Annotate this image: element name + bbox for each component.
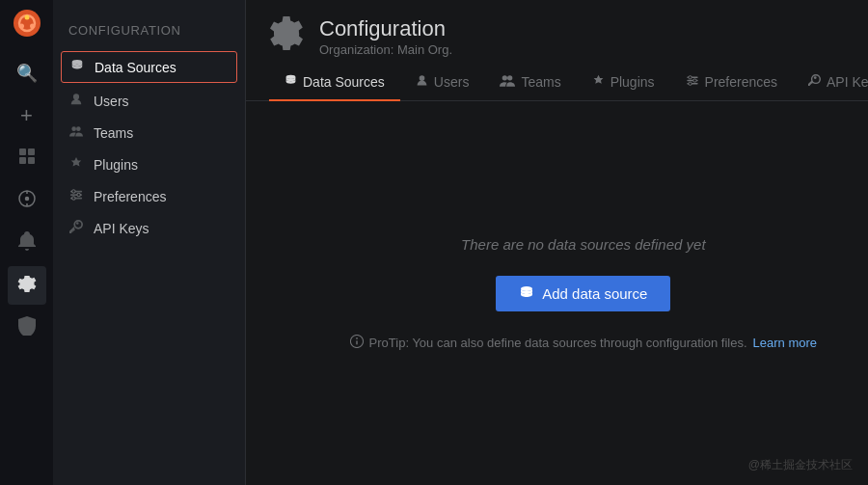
nav-tabs: Data Sources Users Teams (246, 65, 868, 101)
app-logo[interactable] (12, 8, 42, 39)
tab-data-sources[interactable]: Data Sources (269, 65, 400, 101)
sidebar-item-label: Teams (94, 125, 133, 141)
svg-point-35 (356, 337, 358, 339)
config-header-icon (269, 15, 304, 57)
sidebar-item-users[interactable]: Users (53, 85, 245, 117)
tab-preferences[interactable]: Preferences (670, 65, 793, 101)
sidebar-expanded: Configuration Data Sources Users (53, 0, 246, 485)
tab-datasource-icon (285, 74, 297, 90)
team-icon (68, 124, 84, 141)
sidebar-item-label: Plugins (94, 157, 138, 173)
sidebar-item-label: Data Sources (95, 60, 176, 75)
svg-point-24 (419, 75, 424, 81)
svg-point-13 (72, 60, 83, 64)
tab-key-icon (808, 74, 821, 90)
sidebar-explore[interactable] (8, 181, 46, 220)
header-text: Configuration Organization: Main Org. (319, 16, 452, 57)
svg-point-14 (73, 94, 79, 99)
shield-icon (18, 316, 36, 340)
sidebar-item-data-sources[interactable]: Data Sources (61, 51, 237, 83)
svg-point-23 (286, 75, 296, 79)
tab-user-icon (416, 74, 428, 90)
main-content: Configuration Organization: Main Org. Da… (246, 0, 868, 485)
database-icon (69, 59, 85, 75)
svg-rect-8 (28, 157, 35, 164)
search-icon: 🔍 (16, 63, 38, 84)
svg-point-3 (30, 24, 35, 29)
watermark: @稀土掘金技术社区 (748, 457, 853, 473)
sidebar-item-preferences[interactable]: Preferences (53, 180, 245, 212)
svg-point-10 (25, 197, 28, 200)
sidebar-item-label: Users (94, 94, 129, 109)
sidebar-item-plugins[interactable]: Plugins (53, 148, 245, 180)
sidebar-alerting[interactable] (8, 224, 46, 262)
svg-point-21 (77, 193, 81, 197)
tab-plugins[interactable]: Plugins (577, 65, 670, 101)
sidebar-shield[interactable] (8, 309, 46, 347)
learn-more-link[interactable]: Learn more (753, 336, 817, 350)
database-btn-icon (519, 285, 534, 301)
svg-point-22 (72, 197, 76, 201)
protip-section: ProTip: You can also define data sources… (350, 335, 817, 351)
tab-plugin-icon (592, 74, 605, 90)
plugin-icon (68, 156, 84, 173)
svg-rect-6 (28, 148, 35, 155)
svg-rect-7 (19, 157, 26, 164)
sidebar-item-api-keys[interactable]: API Keys (53, 212, 245, 244)
svg-point-25 (502, 75, 507, 80)
page-title: Configuration (319, 16, 452, 41)
gear-icon (17, 274, 37, 298)
sidebar-configuration[interactable] (8, 266, 46, 305)
add-datasource-button[interactable]: Add data source (496, 276, 670, 311)
svg-point-16 (76, 126, 81, 131)
tab-label: Preferences (705, 74, 777, 90)
sidebar-dashboards[interactable] (8, 139, 46, 177)
dashboard-icon (17, 147, 37, 171)
sidebar-item-label: API Keys (94, 221, 149, 236)
preferences-icon (68, 188, 84, 204)
svg-point-30 (688, 76, 691, 79)
tab-label: Users (434, 74, 470, 90)
add-datasource-label: Add data source (542, 285, 647, 302)
page-header: Configuration Organization: Main Org. (246, 0, 868, 57)
page-content: There are no data sources defined yet Ad… (246, 101, 868, 485)
svg-point-15 (71, 126, 76, 131)
sidebar-item-teams[interactable]: Teams (53, 117, 245, 148)
compass-icon (17, 189, 37, 213)
tip-icon (350, 335, 364, 351)
svg-point-33 (521, 286, 532, 291)
svg-point-26 (507, 75, 512, 80)
svg-point-32 (688, 82, 691, 85)
sidebar-add[interactable]: + (8, 96, 46, 135)
svg-rect-36 (356, 340, 357, 344)
sidebar-section-title: Configuration (53, 15, 245, 49)
tab-team-icon (500, 74, 515, 90)
protip-text: ProTip: You can also define data sources… (369, 336, 747, 350)
tab-api-keys[interactable]: API Keys (793, 65, 868, 101)
svg-point-31 (692, 79, 695, 82)
page-subtitle: Organization: Main Org. (319, 42, 452, 57)
tab-label: API Keys (827, 74, 868, 90)
bell-icon (18, 231, 36, 256)
user-icon (68, 93, 84, 109)
svg-point-0 (14, 10, 41, 37)
empty-state-message: There are no data sources defined yet (461, 236, 706, 253)
svg-rect-5 (19, 148, 26, 155)
svg-point-2 (24, 15, 29, 20)
tab-pref-icon (686, 74, 699, 90)
svg-point-4 (19, 24, 24, 29)
tab-label: Data Sources (303, 74, 385, 90)
tab-users[interactable]: Users (400, 65, 485, 101)
sidebar: 🔍 + (0, 0, 53, 485)
tab-label: Teams (521, 74, 560, 90)
sidebar-item-label: Preferences (94, 189, 166, 204)
sidebar-search[interactable]: 🔍 (8, 54, 46, 93)
svg-point-20 (72, 190, 76, 194)
tab-teams[interactable]: Teams (484, 65, 576, 101)
plus-icon: + (20, 103, 33, 128)
key-icon (68, 220, 84, 236)
tab-label: Plugins (610, 74, 655, 90)
